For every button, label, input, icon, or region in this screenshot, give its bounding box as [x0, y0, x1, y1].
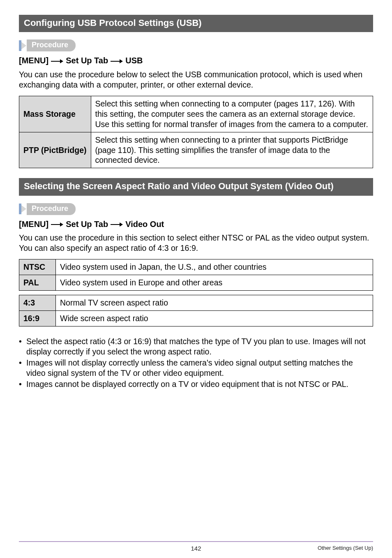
- arrow-right-icon: [111, 56, 123, 66]
- table-head: PTP (PictBridge): [19, 132, 91, 168]
- table-cell: Select this setting when connecting to a…: [91, 132, 373, 168]
- table-row: 4:3 Normal TV screen aspect ratio: [19, 295, 373, 311]
- video-system-table: NTSC Video system used in Japan, the U.S…: [19, 259, 373, 291]
- svg-rect-6: [19, 204, 21, 214]
- notes-list: Select the aspect ratio (4:3 or 16:9) th…: [19, 336, 373, 389]
- table-head: 4:3: [19, 295, 56, 311]
- footer-chapter: Other Settings (Set Up): [318, 545, 373, 552]
- path-part: [MENU]: [19, 219, 48, 230]
- table-head: Mass Storage: [19, 96, 91, 132]
- table-cell: Normal TV screen aspect ratio: [56, 295, 373, 311]
- section-heading-video: Selecting the Screen Aspect Ratio and Vi…: [19, 178, 373, 195]
- menu-path: [MENU] Set Up Tab USB: [19, 56, 373, 66]
- path-part: [MENU]: [19, 56, 48, 66]
- aspect-ratio-table: 4:3 Normal TV screen aspect ratio 16:9 W…: [19, 295, 373, 326]
- svg-marker-11: [120, 222, 123, 227]
- arrow-right-icon: [111, 219, 123, 230]
- arrow-right-icon: [51, 219, 63, 230]
- procedure-icon: [19, 204, 27, 214]
- path-part: USB: [125, 56, 143, 66]
- list-item: Images will not display correctly unless…: [19, 358, 373, 378]
- table-cell: Video system used in Japan, the U.S., an…: [56, 259, 373, 275]
- page-footer: 142 Other Settings (Set Up): [19, 541, 373, 552]
- page-number: 142: [191, 544, 201, 552]
- table-cell: Wide screen aspect ratio: [56, 310, 373, 326]
- table-head: PAL: [19, 275, 56, 291]
- footer-divider: [19, 541, 373, 542]
- path-part: Set Up Tab: [66, 56, 108, 66]
- table-row: PAL Video system used in Europe and othe…: [19, 275, 373, 291]
- table-row: NTSC Video system used in Japan, the U.S…: [19, 259, 373, 275]
- list-item: Images cannot be displayed correctly on …: [19, 379, 373, 389]
- section-heading-usb: Configuring USB Protocol Settings (USB): [19, 15, 373, 32]
- svg-marker-7: [21, 205, 26, 213]
- table-row: PTP (PictBridge) Select this setting whe…: [19, 132, 373, 168]
- intro-text: You can use the procedure in this sectio…: [19, 233, 373, 253]
- procedure-marker: Procedure: [19, 39, 373, 51]
- svg-marker-5: [120, 59, 123, 63]
- table-head: 16:9: [19, 310, 56, 326]
- svg-marker-1: [21, 42, 26, 49]
- path-part: Set Up Tab: [66, 219, 108, 230]
- arrow-right-icon: [51, 56, 63, 66]
- table-head: NTSC: [19, 259, 56, 275]
- table-cell: Video system used in Europe and other ar…: [56, 275, 373, 291]
- table-row: Mass Storage Select this setting when co…: [19, 96, 373, 132]
- table-cell: Select this setting when connecting to a…: [91, 96, 373, 132]
- table-row: 16:9 Wide screen aspect ratio: [19, 310, 373, 326]
- intro-text: You can use the procedure below to selec…: [19, 69, 373, 90]
- usb-settings-table: Mass Storage Select this setting when co…: [19, 96, 373, 169]
- menu-path: [MENU] Set Up Tab Video Out: [19, 219, 373, 230]
- procedure-icon: [19, 40, 27, 51]
- path-part: Video Out: [125, 219, 164, 230]
- procedure-label: Procedure: [27, 203, 76, 215]
- list-item: Select the aspect ratio (4:3 or 16:9) th…: [19, 336, 373, 357]
- procedure-label: Procedure: [27, 39, 76, 51]
- svg-marker-9: [60, 222, 63, 227]
- procedure-marker: Procedure: [19, 203, 373, 215]
- svg-marker-3: [60, 59, 63, 63]
- svg-rect-0: [19, 40, 21, 51]
